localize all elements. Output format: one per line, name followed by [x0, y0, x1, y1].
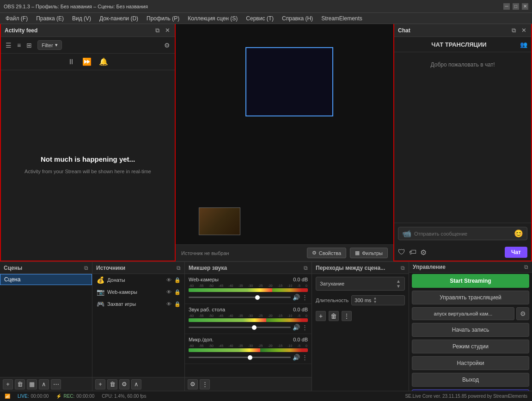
menu-streamelements[interactable]: StreamElements	[318, 14, 366, 23]
ch3-more-icon[interactable]: ⋮	[302, 354, 308, 361]
source-webcam[interactable]: 📷 Web-камеры 👁 🔒	[92, 286, 184, 298]
ch2-more-icon[interactable]: ⋮	[302, 324, 308, 331]
filter-scene-button[interactable]: ▦	[27, 379, 37, 389]
preview-thumbnail	[199, 207, 240, 235]
more-transition-button[interactable]: ⋮	[342, 311, 352, 321]
eye-icon[interactable]: 👁	[166, 289, 171, 295]
chat-users-icon[interactable]: 👥	[520, 41, 527, 48]
menu-view[interactable]: Вид (V)	[68, 14, 95, 23]
lock-icon[interactable]: 🔒	[174, 289, 181, 295]
mixer-settings-button[interactable]: ⚙	[188, 379, 198, 389]
remove-scene-button[interactable]: 🗑	[15, 379, 25, 389]
add-source-button[interactable]: +	[95, 379, 105, 389]
filters-button[interactable]: ▦ Фильтры	[350, 248, 388, 258]
close-chat-icon[interactable]: ✕	[520, 27, 527, 34]
tag-icon[interactable]: 🏷	[409, 248, 416, 256]
virtual-cam-row: апуск виртуальной кам... ⚙	[412, 307, 529, 320]
up-source-button[interactable]: ∧	[131, 379, 141, 389]
start-recording-button[interactable]: Начать запись	[412, 323, 529, 337]
scene-item[interactable]: Сцена	[0, 274, 92, 285]
mixer-header: Микшер звука ⧉	[185, 262, 312, 274]
ch3-meter	[189, 348, 308, 352]
controls-popout-icon[interactable]: ⧉	[524, 264, 528, 270]
scenes-panel: Сцены ⧉ Сцена + 🗑 ▦ ∧ ⋯	[0, 262, 92, 391]
duration-value: 300 ms	[355, 298, 371, 303]
virtual-cam-button[interactable]: апуск виртуальной кам...	[412, 307, 514, 320]
emoji-icon[interactable]: 😊	[514, 229, 523, 238]
eye-icon[interactable]: 👁	[166, 301, 171, 307]
eye-icon[interactable]: 👁	[166, 277, 171, 283]
duration-arrows[interactable]: ▲ ▼	[373, 297, 377, 304]
source-none-label: Источник не выбран	[181, 250, 229, 256]
ch1-more-icon[interactable]: ⋮	[302, 294, 308, 301]
minimize-button[interactable]: ─	[503, 3, 510, 10]
source-donates[interactable]: 💰 Донаты 👁 🔒	[92, 274, 184, 286]
activity-feed-title: Activity feed	[5, 27, 37, 34]
menu-dockpanels[interactable]: Док-панели (D)	[96, 14, 142, 23]
popout-icon[interactable]: ⧉	[153, 27, 161, 34]
sources-popout-icon[interactable]: ⧉	[177, 265, 181, 271]
menu-service[interactable]: Сервис (T)	[242, 14, 277, 23]
cpu-info: CPU: 1.4%, 60.00 fps	[102, 394, 146, 399]
scenes-header: Сцены ⧉	[0, 262, 92, 274]
controls-header: Управление ⧉	[409, 262, 532, 273]
duration-label: Длительность	[316, 298, 349, 303]
properties-button[interactable]: ⚙ Свойства	[307, 248, 346, 258]
mixer-popout-icon[interactable]: ⧉	[304, 265, 308, 271]
ch3-volume-slider[interactable]	[189, 357, 291, 358]
ch2-volume-slider[interactable]	[189, 327, 291, 328]
transitions-popout-icon[interactable]: ⧉	[401, 265, 405, 271]
maximize-button[interactable]: □	[513, 3, 519, 10]
ch1-mute-icon[interactable]: 🔊	[293, 294, 300, 301]
ch3-mute-icon[interactable]: 🔊	[293, 354, 300, 361]
popout-chat-icon[interactable]: ⧉	[510, 27, 517, 34]
shield-icon[interactable]: 🛡	[398, 248, 405, 256]
preview-selection-box	[245, 47, 333, 116]
menu-icon[interactable]: ☰	[6, 42, 12, 49]
donates-icon: 💰	[96, 276, 104, 284]
add-transition-button[interactable]: +	[316, 311, 326, 321]
pause-icon[interactable]: ⏸	[67, 58, 75, 66]
close-button[interactable]: ✕	[522, 3, 528, 10]
source-settings-button[interactable]: ⚙	[119, 379, 129, 389]
manage-broadcast-button[interactable]: Управлять трансляцией	[412, 291, 529, 304]
transition-type-select[interactable]: Затухание ▲▼	[316, 277, 405, 291]
menu-profile[interactable]: Профиль (Р)	[143, 14, 183, 23]
chat-message-input[interactable]	[414, 231, 511, 237]
source-game-capture[interactable]: 🎮 Захват игры 👁 🔒	[92, 298, 184, 310]
remove-source-button[interactable]: 🗑	[107, 379, 117, 389]
list-icon[interactable]: ≡	[17, 42, 21, 49]
chat-send-button[interactable]: Чат	[505, 247, 527, 258]
mixer-more-button[interactable]: ⋮	[200, 379, 210, 389]
menu-edit[interactable]: Правка (Е)	[32, 14, 67, 23]
duration-input[interactable]: 300 ms ▲ ▼	[351, 295, 405, 305]
start-streaming-button[interactable]: Start Streaming	[412, 274, 529, 288]
studio-mode-button[interactable]: Режим студии	[412, 340, 529, 353]
ch2-mute-icon[interactable]: 🔊	[293, 324, 300, 331]
settings-icon[interactable]: ⚙	[164, 42, 170, 49]
settings-chat-icon[interactable]: ⚙	[420, 248, 427, 257]
lock-icon[interactable]: 🔒	[174, 277, 181, 283]
down-arrow-icon[interactable]: ▼	[373, 300, 377, 304]
close-af-icon[interactable]: ✕	[164, 27, 171, 34]
exit-button[interactable]: Выход	[412, 373, 529, 387]
fastforward-icon[interactable]: ⏩	[82, 57, 92, 66]
ch2-meter	[189, 318, 308, 322]
scenes-popout-icon[interactable]: ⧉	[84, 265, 88, 271]
menu-help[interactable]: Справка (H)	[278, 14, 317, 23]
add-scene-button[interactable]: +	[3, 379, 13, 389]
ch1-volume-slider[interactable]	[189, 297, 291, 298]
more-scene-button[interactable]: ⋯	[51, 379, 61, 389]
settings-button[interactable]: Настройки	[412, 356, 529, 370]
status-live: LIVE: 00:00:00	[18, 394, 49, 399]
list2-icon[interactable]: ⊞	[26, 42, 32, 49]
bell-icon[interactable]: 🔔	[99, 57, 108, 66]
up-scene-button[interactable]: ∧	[39, 379, 49, 389]
menu-scenecollection[interactable]: Коллекция сцен (S)	[184, 14, 241, 23]
menu-file[interactable]: Файл (F)	[2, 14, 31, 23]
activity-feed-header-icons: ⧉ ✕	[153, 27, 171, 34]
lock-icon[interactable]: 🔒	[174, 301, 181, 307]
filter-button[interactable]: Filter ▾	[37, 40, 61, 50]
virtual-cam-settings-button[interactable]: ⚙	[516, 307, 529, 320]
remove-transition-button[interactable]: 🗑	[329, 311, 339, 321]
